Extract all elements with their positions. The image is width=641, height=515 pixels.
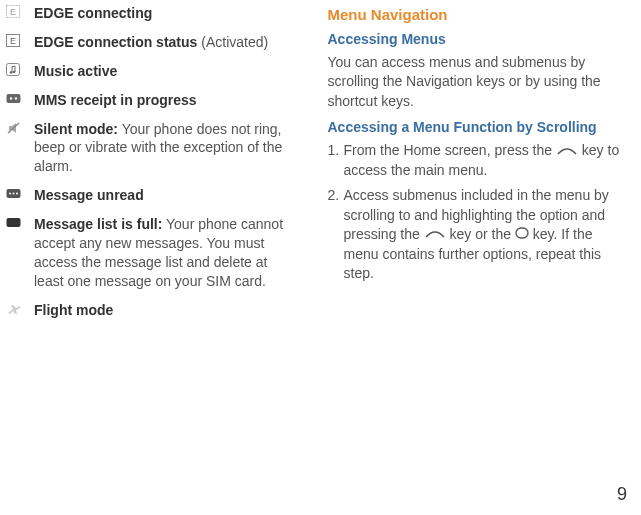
section-heading: Menu Navigation xyxy=(328,6,622,23)
item-text: MMS receipt in progress xyxy=(34,91,300,110)
svg-rect-16 xyxy=(516,228,528,238)
svg-point-6 xyxy=(13,70,16,73)
softkey-icon xyxy=(424,225,446,244)
list-item: Message unread xyxy=(6,186,300,205)
item-text: Flight mode xyxy=(34,301,300,320)
step-number: 2. xyxy=(328,186,344,283)
item-text: Silent mode: Your phone does not ring, b… xyxy=(34,120,300,177)
step-text: Access submenus included in the menu by … xyxy=(344,186,622,283)
list-item: E EDGE connecting xyxy=(6,4,300,23)
music-icon xyxy=(6,62,34,77)
softkey-icon xyxy=(556,142,578,161)
subsection-heading: Accessing a Menu Function by Scrolling xyxy=(328,119,622,135)
silent-icon xyxy=(6,120,34,135)
list-item: Silent mode: Your phone does not ring, b… xyxy=(6,120,300,177)
list-item: Flight mode xyxy=(6,301,300,320)
page-number: 9 xyxy=(617,484,627,505)
list-item: E EDGE connection status (Activated) xyxy=(6,33,300,52)
item-text: EDGE connection status (Activated) xyxy=(34,33,300,52)
svg-rect-15 xyxy=(7,218,21,227)
svg-point-14 xyxy=(16,193,18,195)
flight-icon xyxy=(6,301,34,316)
svg-text:E: E xyxy=(10,36,16,46)
edge-active-icon: E xyxy=(6,33,34,48)
item-text: EDGE connecting xyxy=(34,4,300,23)
list-item: Music active xyxy=(6,62,300,81)
svg-point-13 xyxy=(13,193,15,195)
step-number: 1. xyxy=(328,141,344,180)
step-item: 2. Access submenus included in the menu … xyxy=(328,186,622,283)
edge-connecting-icon: E xyxy=(6,4,34,19)
mms-icon xyxy=(6,91,34,106)
step-text: From the Home screen, press the key to a… xyxy=(344,141,622,180)
list-item: Message list is full: Your phone cannot … xyxy=(6,215,300,291)
svg-rect-7 xyxy=(7,94,21,103)
paragraph: You can access menus and submenus by scr… xyxy=(328,53,622,111)
message-unread-icon xyxy=(6,186,34,201)
svg-point-5 xyxy=(10,71,13,74)
svg-text:E: E xyxy=(10,7,16,17)
subsection-heading: Accessing Menus xyxy=(328,31,622,47)
svg-point-8 xyxy=(10,97,12,99)
list-item: MMS receipt in progress xyxy=(6,91,300,110)
step-item: 1. From the Home screen, press the key t… xyxy=(328,141,622,180)
menu-navigation-section: Menu Navigation Accessing Menus You can … xyxy=(328,4,622,330)
item-text: Message list is full: Your phone cannot … xyxy=(34,215,300,291)
item-text: Music active xyxy=(34,62,300,81)
status-icons-list: E EDGE connecting E EDGE connection stat… xyxy=(6,4,300,330)
svg-rect-4 xyxy=(7,63,20,75)
ok-key-icon xyxy=(515,225,529,244)
message-full-icon xyxy=(6,215,34,230)
item-text: Message unread xyxy=(34,186,300,205)
svg-point-12 xyxy=(9,193,11,195)
svg-point-9 xyxy=(15,97,17,99)
